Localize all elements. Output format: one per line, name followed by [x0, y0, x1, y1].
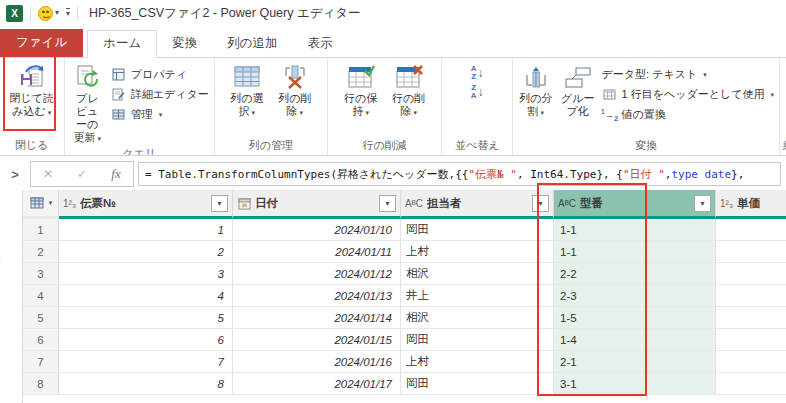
- chevron-down-icon: ▾: [703, 71, 707, 79]
- split-column-button[interactable]: 列の分割▾: [516, 63, 556, 120]
- column-header-tanto[interactable]: AᴮC 担当者 ▼: [401, 190, 554, 219]
- table-cell: 8: [59, 373, 233, 394]
- data-type-button[interactable]: データ型: テキスト ▾: [600, 65, 777, 84]
- row-number: 4: [23, 285, 59, 306]
- table-row: 662024/01/15岡田1-4: [23, 329, 786, 351]
- divider: [30, 6, 31, 20]
- tab-transform[interactable]: 変換: [157, 31, 212, 57]
- filter-button[interactable]: ▼: [211, 195, 228, 212]
- window-title: HP-365_CSVファイ2 - Power Query エディター: [89, 5, 361, 22]
- ribbon-group-close: 閉じて読み込む▾ 閉じる: [0, 58, 65, 155]
- ribbon-group-manage-columns: 列の選択▾ 列の削除▾ 列の管理: [215, 58, 328, 155]
- table-cell: 2024/01/14: [233, 307, 401, 328]
- table-cell: [716, 307, 786, 328]
- filter-button[interactable]: ▼: [532, 195, 549, 212]
- customize-toolbar-icon[interactable]: ▾: [66, 8, 70, 18]
- remove-columns-label: 列の削除: [278, 92, 311, 117]
- replace-values-button[interactable]: 1→2 値の置換: [600, 105, 777, 124]
- text-type-icon: AᴮC: [405, 198, 423, 209]
- ribbon: 閉じて読み込む▾ 閉じる プレビューの更新▾: [0, 58, 786, 156]
- column-header-date[interactable]: 日付 ▼: [233, 190, 401, 219]
- number-type-icon: 1²₃: [63, 198, 76, 209]
- sort-descending-button[interactable]: ZA ↓: [471, 84, 484, 100]
- close-and-load-button[interactable]: 閉じて読み込む▾: [6, 63, 58, 120]
- use-first-row-button[interactable]: 1 行目をヘッダーとして使用 ▾: [600, 85, 777, 104]
- table-cell: 岡田: [401, 373, 554, 394]
- split-column-icon: [521, 64, 551, 90]
- properties-button[interactable]: プロパティ: [109, 65, 211, 84]
- ribbon-group-sort: AZ ↓ ZA ↓ 並べ替え: [442, 58, 513, 155]
- formula-segment: },: [731, 168, 744, 181]
- formula-segment: = Table.TransformColumnTypes(昇格されたヘッダー数,…: [145, 167, 468, 182]
- down-arrow-icon: ↓: [478, 66, 484, 80]
- advanced-editor-button[interactable]: 詳細エディター: [109, 85, 211, 104]
- confirm-formula-button[interactable]: ✓: [65, 166, 99, 182]
- expand-queries-pane-button[interactable]: >: [11, 167, 19, 182]
- tab-file[interactable]: ファイル: [0, 29, 83, 57]
- table-cell: [716, 241, 786, 262]
- formula-bar: > ✕ ✓ fx = Table.TransformColumnTypes(昇格…: [0, 156, 786, 192]
- table-cell: 6: [59, 329, 233, 350]
- formula-segment: type date: [671, 168, 731, 181]
- table-cell: 2024/01/17: [233, 373, 401, 394]
- smiley-icon: [38, 6, 53, 21]
- titlebar: X ▾ ▾ HP-365_CSVファイ2 - Power Query エディター: [0, 0, 786, 26]
- tab-view[interactable]: 表示: [293, 31, 348, 57]
- chevron-down-icon: ▾: [541, 109, 545, 116]
- row-number: 7: [23, 351, 59, 372]
- queries-pane-collapsed[interactable]: クエリ: [0, 190, 23, 403]
- group-by-icon: [563, 64, 593, 90]
- table-cell: [716, 219, 786, 240]
- use-first-row-icon: [602, 87, 618, 103]
- quick-access-smiley-button[interactable]: ▾: [38, 6, 59, 21]
- ribbon-group-reduce-rows: 行の保持▾ 行の削除▾ 行の削減: [328, 58, 442, 155]
- table-cell: 2: [59, 241, 233, 262]
- tab-add-column[interactable]: 列の追加: [212, 31, 292, 57]
- column-header-kataban-selected[interactable]: AᴮC 型番 ▼: [554, 190, 716, 219]
- table-cell-selected: 1-5: [554, 307, 716, 328]
- keep-rows-button[interactable]: 行の保持▾: [338, 63, 384, 120]
- column-header-tanka[interactable]: 1²₃ 単価: [716, 190, 786, 219]
- table-cell: 2024/01/16: [233, 351, 401, 372]
- chevron-down-icon: ▾: [770, 91, 774, 99]
- chevron-down-icon: ▾: [300, 109, 304, 116]
- cancel-formula-button[interactable]: ✕: [31, 166, 65, 182]
- filter-button[interactable]: ▼: [694, 195, 711, 212]
- table-cell: 3: [59, 263, 233, 284]
- properties-label: プロパティ: [131, 67, 187, 82]
- remove-rows-button[interactable]: 行の削除▾: [386, 63, 432, 120]
- chevron-down-icon: ▾: [365, 109, 369, 116]
- refresh-preview-button[interactable]: プレビューの更新▾: [68, 63, 107, 146]
- data-grid: ▾ 1²₃ 伝票№ ▼ 日付 ▼ AᴮC 担当者 ▼ AᴮC 型番: [23, 190, 786, 403]
- use-first-row-label: 1 行目をヘッダーとして使用: [622, 87, 765, 102]
- divider: [77, 6, 78, 20]
- table-cell: 岡田: [401, 329, 554, 350]
- column-label: 日付: [255, 196, 375, 211]
- table-cell-selected: 3-1: [554, 373, 716, 394]
- grid-rows: 112024/01/10岡田1-1222024/01/11上村1-1332024…: [23, 219, 786, 395]
- main-area: クエリ ▾ 1²₃ 伝票№ ▼ 日付 ▼ AᴮC: [0, 190, 786, 403]
- table-menu-button[interactable]: ▾: [23, 190, 59, 219]
- chevron-down-icon: ▾: [49, 199, 53, 207]
- table-cell: 2024/01/15: [233, 329, 401, 350]
- sort-az-icon: AZ: [471, 65, 477, 81]
- column-header-denpyo[interactable]: 1²₃ 伝票№ ▼: [59, 190, 233, 219]
- table-row: 772024/01/16上村2-1: [23, 351, 786, 373]
- table-cell: [716, 263, 786, 284]
- group-label-manage-columns: 列の管理: [218, 138, 324, 155]
- advanced-editor-label: 詳細エディター: [131, 87, 209, 102]
- table-cell: 5: [59, 307, 233, 328]
- sort-ascending-button[interactable]: AZ ↓: [471, 65, 484, 81]
- group-by-button[interactable]: グループ化: [558, 63, 598, 119]
- fx-button[interactable]: fx: [99, 165, 133, 183]
- formula-input[interactable]: = Table.TransformColumnTypes(昇格されたヘッダー数,…: [138, 162, 781, 186]
- chevron-down-icon: ▾: [48, 109, 52, 116]
- table-cell: 2024/01/10: [233, 219, 401, 240]
- filter-button[interactable]: ▼: [379, 195, 396, 212]
- choose-columns-icon: [232, 64, 262, 90]
- tab-home[interactable]: ホーム: [87, 30, 157, 58]
- manage-button[interactable]: 管理 ▾: [109, 105, 211, 124]
- remove-columns-button[interactable]: 列の削除▾: [272, 63, 318, 120]
- split-column-label: 列の分割: [519, 92, 552, 117]
- choose-columns-button[interactable]: 列の選択▾: [224, 63, 270, 120]
